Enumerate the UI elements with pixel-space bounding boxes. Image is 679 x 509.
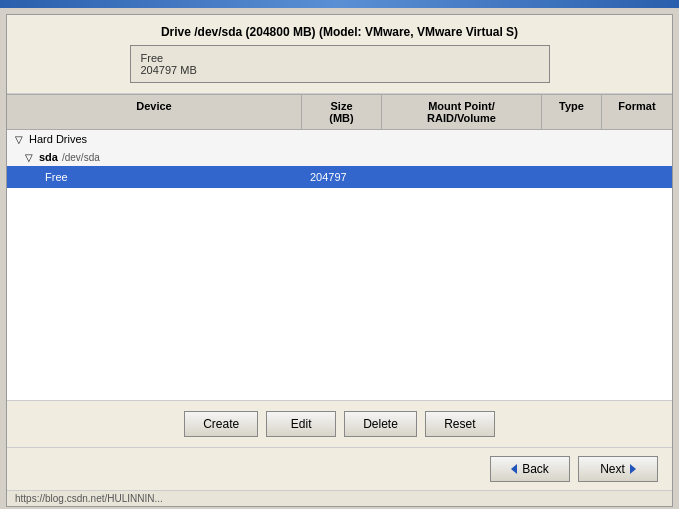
drive-status-value: 204797 MB [141, 64, 539, 76]
drive-status-label: Free [141, 52, 539, 64]
free-row[interactable]: Free 204797 [7, 166, 672, 188]
free-format-cell [602, 168, 672, 186]
expand-hard-drives-icon[interactable]: ▽ [15, 134, 25, 144]
col-header-mount: Mount Point/RAID/Volume [382, 95, 542, 129]
sda-row: ▽ sda /dev/sda [7, 148, 672, 166]
free-type-cell [542, 168, 602, 186]
action-buttons-row: Create Edit Delete Reset [7, 400, 672, 447]
next-button[interactable]: Next [578, 456, 658, 482]
hard-drives-label: Hard Drives [29, 133, 87, 145]
create-button[interactable]: Create [184, 411, 258, 437]
drive-title: Drive /dev/sda (204800 MB) (Model: VMwar… [21, 25, 658, 39]
nav-buttons-row: Back Next [7, 447, 672, 490]
sda-label: sda [39, 151, 58, 163]
table-body: ▽ Hard Drives ▽ sda /dev/sda Free 204797 [7, 130, 672, 400]
title-bar [0, 0, 679, 8]
partition-table-section: Device Size(MB) Mount Point/RAID/Volume … [7, 94, 672, 400]
free-mount-cell [382, 168, 542, 186]
back-arrow-icon [511, 464, 517, 474]
main-container: Drive /dev/sda (204800 MB) (Model: VMwar… [6, 14, 673, 507]
col-header-device: Device [7, 95, 302, 129]
free-device-cell: Free [7, 168, 302, 186]
drive-box: Free 204797 MB [130, 45, 550, 83]
url-bar: https://blog.csdn.net/HULINNIN... [7, 490, 672, 506]
back-label: Back [522, 462, 549, 476]
col-header-size: Size(MB) [302, 95, 382, 129]
col-header-type: Type [542, 95, 602, 129]
edit-button[interactable]: Edit [266, 411, 336, 437]
drive-info-section: Drive /dev/sda (204800 MB) (Model: VMwar… [7, 15, 672, 94]
delete-button[interactable]: Delete [344, 411, 417, 437]
next-arrow-icon [630, 464, 636, 474]
back-button[interactable]: Back [490, 456, 570, 482]
col-header-format: Format [602, 95, 672, 129]
next-label: Next [600, 462, 625, 476]
sda-path: /dev/sda [62, 152, 100, 163]
expand-sda-icon[interactable]: ▽ [25, 152, 35, 162]
hard-drives-row: ▽ Hard Drives [7, 130, 672, 148]
table-header: Device Size(MB) Mount Point/RAID/Volume … [7, 94, 672, 130]
reset-button[interactable]: Reset [425, 411, 495, 437]
free-size-cell: 204797 [302, 168, 382, 186]
